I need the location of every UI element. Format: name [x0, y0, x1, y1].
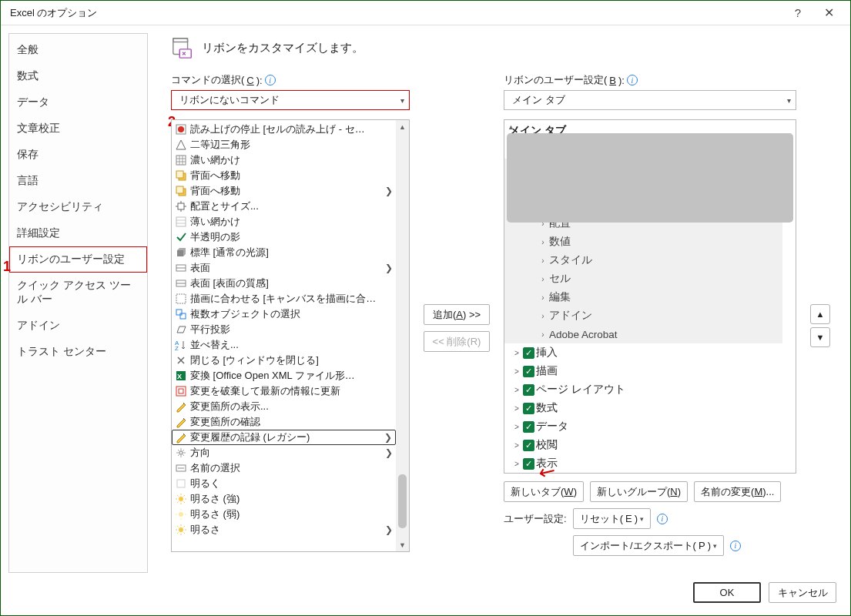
help-button[interactable]: ? — [782, 2, 813, 25]
command-item[interactable]: 複数オブジェクトの選択 — [172, 306, 396, 322]
command-item[interactable]: 明るさ (弱) — [172, 507, 396, 522]
command-item[interactable]: 濃い網かけ — [172, 152, 396, 168]
expand-icon[interactable]: > — [512, 423, 521, 431]
command-item[interactable]: 背面へ移動 — [172, 168, 396, 183]
tree-row[interactable]: >✓描画 — [508, 362, 779, 380]
cancel-button[interactable]: キャンセル — [769, 582, 836, 603]
import-export-button[interactable]: インポート/エクスポート(P)▾ — [573, 535, 724, 556]
command-item[interactable]: 背面へ移動❯ — [172, 183, 396, 199]
tree-row-group[interactable]: ›セル — [504, 270, 779, 288]
tree-row-group[interactable]: ›スタイル — [504, 251, 779, 270]
command-item[interactable]: X変換 [Office Open XML ファイル形… — [172, 368, 396, 383]
command-item[interactable]: 明るさ (強) — [172, 491, 396, 507]
command-item[interactable]: 読み上げの停止 [セルの読み上げ - セ… — [172, 122, 396, 137]
command-item[interactable]: 半透明の影 — [172, 229, 396, 245]
close-button[interactable]: ✕ — [813, 2, 844, 25]
command-item[interactable]: 方向❯ — [172, 445, 396, 460]
ribbon-combo[interactable]: メイン タブ▾ — [504, 90, 796, 110]
scroll-down-icon[interactable]: ▼ — [396, 538, 409, 551]
move-down-button[interactable]: ▼ — [810, 327, 830, 347]
choose-commands-combo[interactable]: リボンにないコマンド▾ — [171, 90, 410, 110]
expand-icon[interactable]: > — [512, 460, 521, 468]
new-tab-button[interactable]: 新しいタブ(W) — [504, 481, 584, 502]
ok-button[interactable]: OK — [693, 582, 761, 603]
expand-icon[interactable]: › — [538, 330, 548, 339]
expand-icon[interactable]: › — [538, 275, 548, 283]
command-item[interactable]: AZ並べ替え... — [172, 337, 396, 353]
svg-text:X: X — [177, 373, 182, 380]
expand-icon[interactable]: › — [538, 312, 548, 320]
sidebar-item-data[interactable]: データ — [9, 89, 147, 116]
tree-row[interactable]: >✓ページ レイアウト — [508, 380, 779, 399]
checkbox[interactable]: ✓ — [523, 384, 534, 396]
info-icon[interactable]: i — [657, 514, 668, 524]
command-item[interactable]: 変更を破棄して最新の情報に更新 — [172, 383, 396, 399]
tree-row[interactable]: >✓表示 — [508, 454, 779, 473]
move-up-button[interactable]: ▲ — [810, 304, 830, 324]
tree-row-group[interactable]: ›アドイン — [504, 306, 779, 325]
ribbon-tree[interactable]: メイン タブ>✓背景の削除⌄✓ホーム›クリップボード›フォント›配置›数値›スタ… — [504, 119, 796, 474]
tree-row-group[interactable]: ›編集 — [504, 288, 779, 306]
command-item[interactable]: 閉じる [ウィンドウを閉じる] — [172, 353, 396, 368]
sidebar-item-accessibility[interactable]: アクセシビリティ — [9, 194, 147, 220]
sidebar-item-advanced[interactable]: 詳細設定 — [9, 220, 147, 246]
expand-icon[interactable]: > — [512, 441, 521, 450]
tree-row[interactable]: >✓数式 — [508, 399, 779, 417]
expand-icon[interactable]: › — [538, 238, 548, 246]
command-item[interactable]: 標準 [通常の光源] — [172, 245, 396, 260]
sidebar-item-addins[interactable]: アドイン — [9, 313, 147, 339]
sidebar-item-trust-center[interactable]: トラスト センター — [9, 339, 147, 365]
expand-icon[interactable]: › — [538, 293, 548, 302]
command-item[interactable]: 明るさ❯ — [172, 522, 396, 537]
checkbox[interactable]: ✓ — [523, 421, 534, 433]
info-icon[interactable]: i — [730, 541, 741, 551]
new-group-button[interactable]: 新しいグループ(N) — [590, 481, 688, 502]
sidebar-item-formulas[interactable]: 数式 — [9, 63, 147, 89]
tree-row[interactable]: >✓開発 — [508, 473, 779, 474]
rename-button[interactable]: 名前の変更(M)... — [694, 481, 781, 502]
command-item[interactable]: 明るく — [172, 476, 396, 491]
expand-icon[interactable]: > — [512, 386, 521, 394]
command-item[interactable]: 平行投影 — [172, 322, 396, 337]
scroll-thumb[interactable] — [507, 133, 793, 223]
tree-row[interactable]: >✓挿入 — [508, 343, 779, 362]
expand-icon[interactable]: > — [512, 404, 521, 413]
tree-row-group[interactable]: ›数値 — [504, 233, 779, 251]
tree-row[interactable]: >✓校閲 — [508, 436, 779, 454]
checkbox[interactable]: ✓ — [523, 440, 534, 451]
sidebar-item-language[interactable]: 言語 — [9, 168, 147, 194]
checkbox[interactable]: ✓ — [523, 366, 534, 377]
tree-row[interactable]: >✓データ — [508, 417, 779, 436]
command-icon — [175, 323, 187, 336]
commands-listbox[interactable]: 読み上げの停止 [セルの読み上げ - セ…二等辺三角形濃い網かけ背面へ移動背面へ… — [171, 119, 410, 552]
checkbox[interactable]: ✓ — [523, 403, 534, 414]
command-item[interactable]: 二等辺三角形 — [172, 137, 396, 152]
sidebar-item-save[interactable]: 保存 — [9, 142, 147, 168]
scroll-thumb[interactable] — [398, 474, 407, 528]
reset-button[interactable]: リセット(E)▾ — [573, 508, 651, 529]
command-item[interactable]: 描画に合わせる [キャンバスを描画に合… — [172, 291, 396, 306]
sidebar-item-customize-ribbon[interactable]: リボンのユーザー設定 — [9, 246, 147, 273]
sidebar-item-qat[interactable]: クイック アクセス ツール バー — [9, 273, 147, 313]
command-item[interactable]: 薄い網かけ — [172, 214, 396, 229]
expand-icon[interactable]: > — [512, 349, 521, 357]
command-item[interactable]: 表面 [表面の質感] — [172, 276, 396, 291]
checkbox[interactable]: ✓ — [523, 347, 534, 359]
expand-icon[interactable]: › — [538, 256, 548, 265]
command-item[interactable]: 名前の選択 — [172, 460, 396, 476]
info-icon[interactable]: i — [627, 75, 638, 85]
sidebar-item-proofing[interactable]: 文章校正 — [9, 116, 147, 142]
tree-row-group[interactable]: ›Adobe Acrobat — [504, 325, 779, 343]
checkbox[interactable]: ✓ — [523, 458, 534, 470]
command-item[interactable]: 配置とサイズ... — [172, 199, 396, 214]
expand-icon[interactable]: > — [512, 367, 521, 376]
add-button[interactable]: 追加(A) >> — [424, 304, 490, 325]
command-item[interactable]: 変更履歴の記録 (レガシー)❯ — [172, 430, 396, 445]
info-icon[interactable]: i — [265, 75, 276, 85]
scrollbar[interactable]: ▲ ▼ — [396, 120, 409, 551]
scroll-up-icon[interactable]: ▲ — [396, 120, 409, 133]
command-item[interactable]: 表面❯ — [172, 260, 396, 276]
command-item[interactable]: 変更箇所の確認 — [172, 414, 396, 430]
command-item[interactable]: 変更箇所の表示... — [172, 399, 396, 414]
sidebar-item-general[interactable]: 全般 — [9, 37, 147, 63]
